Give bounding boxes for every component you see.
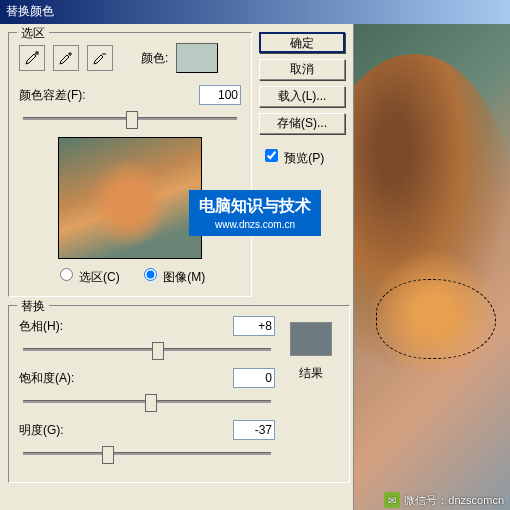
preview-label: 预览(P) [284,151,324,165]
hue-input[interactable] [233,316,275,336]
fuzziness-label: 颜色容差(F): [19,87,86,104]
preview-mode-radios: 选区(C) 图像(M) [19,265,241,286]
preview-checkbox[interactable] [265,149,278,162]
window-title: 替换颜色 [6,4,54,18]
lightness-label: 明度(G): [19,422,64,439]
ok-button[interactable]: 确定 [259,32,345,53]
replace-fieldset: 替换 色相(H): 饱和度(A): [8,305,350,483]
canvas-area[interactable]: ✉ 微信号：dnzscomcn [354,24,510,510]
fuzziness-thumb[interactable] [126,111,138,129]
saturation-input[interactable] [233,368,275,388]
radio-selection[interactable] [60,268,73,281]
selection-preview [58,137,202,259]
save-button[interactable]: 存储(S)... [259,113,345,134]
footer-watermark: ✉ 微信号：dnzscomcn [384,492,504,508]
eyedropper-subtract-button[interactable] [87,45,113,71]
result-swatch[interactable] [290,322,332,356]
svg-point-0 [35,51,39,55]
eyedropper-row: 颜色: [19,43,241,73]
eyedropper-button[interactable] [19,45,45,71]
result-col: 结果 [283,316,339,382]
cancel-button[interactable]: 取消 [259,59,345,80]
selection-fieldset: 选区 颜色: 颜色容差(F): [8,32,252,297]
replace-color-dialog: 确定 取消 载入(L)... 存储(S)... 预览(P) 选区 [0,24,354,510]
eyedropper-icon [24,50,40,66]
selection-marquee [376,279,496,359]
radio-image-label[interactable]: 图像(M) [139,270,205,284]
fuzziness-input[interactable] [199,85,241,105]
fuzziness-slider[interactable] [23,109,237,129]
dialog-buttons: 确定 取消 载入(L)... 存储(S)... 预览(P) [259,32,345,167]
eyedropper-add-button[interactable] [53,45,79,71]
saturation-slider[interactable] [23,392,271,412]
preview-checkbox-row: 预览(P) [259,146,345,167]
lightness-slider[interactable] [23,444,271,464]
hue-slider[interactable] [23,340,271,360]
radio-image[interactable] [144,268,157,281]
eyedropper-minus-icon [92,50,108,66]
result-label: 结果 [283,365,339,382]
selected-color-swatch[interactable] [176,43,218,73]
eyedropper-plus-icon [58,50,74,66]
color-label: 颜色: [141,50,168,67]
replace-legend: 替换 [17,298,49,315]
lightness-thumb[interactable] [102,446,114,464]
saturation-thumb[interactable] [145,394,157,412]
hue-label: 色相(H): [19,318,63,335]
wechat-icon: ✉ [384,492,400,508]
center-watermark: 电脑知识与技术 www.dnzs.com.cn [189,190,321,236]
saturation-label: 饱和度(A): [19,370,74,387]
selection-legend: 选区 [17,25,49,42]
fuzziness-row: 颜色容差(F): [19,85,241,105]
hue-thumb[interactable] [152,342,164,360]
load-button[interactable]: 载入(L)... [259,86,345,107]
radio-selection-label[interactable]: 选区(C) [55,270,120,284]
title-bar: 替换颜色 [0,0,510,24]
lightness-input[interactable] [233,420,275,440]
